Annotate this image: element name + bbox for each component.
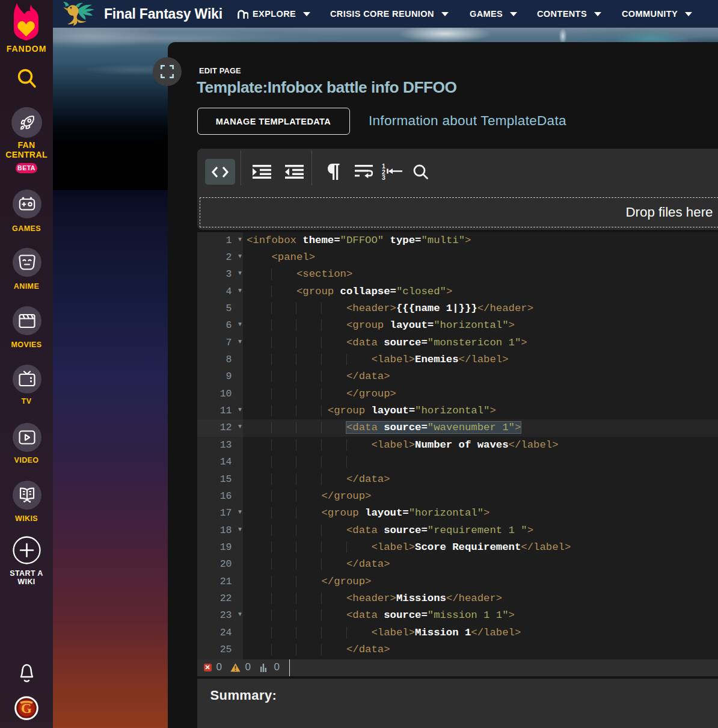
svg-text:3: 3 [382,174,385,180]
